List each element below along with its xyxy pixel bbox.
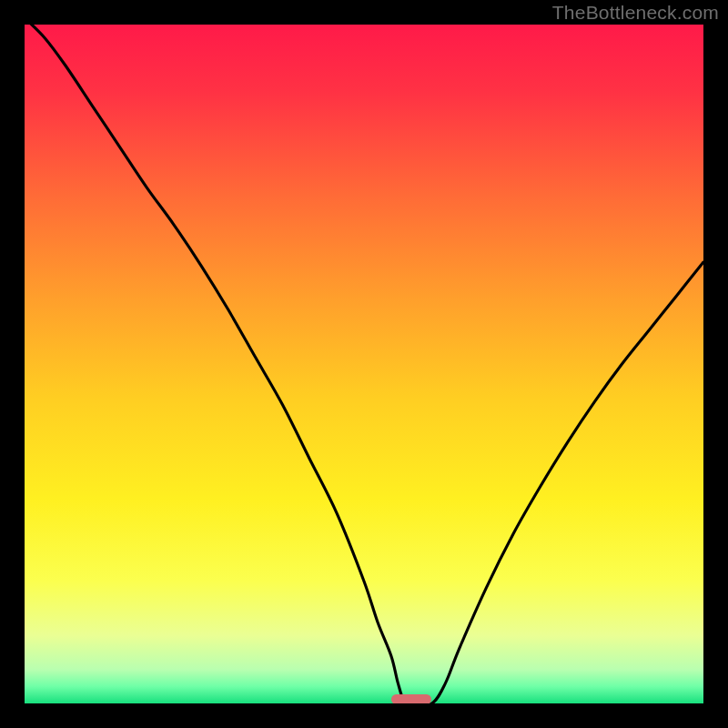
plot-area [25,25,703,703]
watermark-label: TheBottleneck.com [552,2,719,24]
optimal-marker [391,694,431,703]
chart-frame: TheBottleneck.com [0,0,728,728]
bottleneck-curve [25,25,703,703]
